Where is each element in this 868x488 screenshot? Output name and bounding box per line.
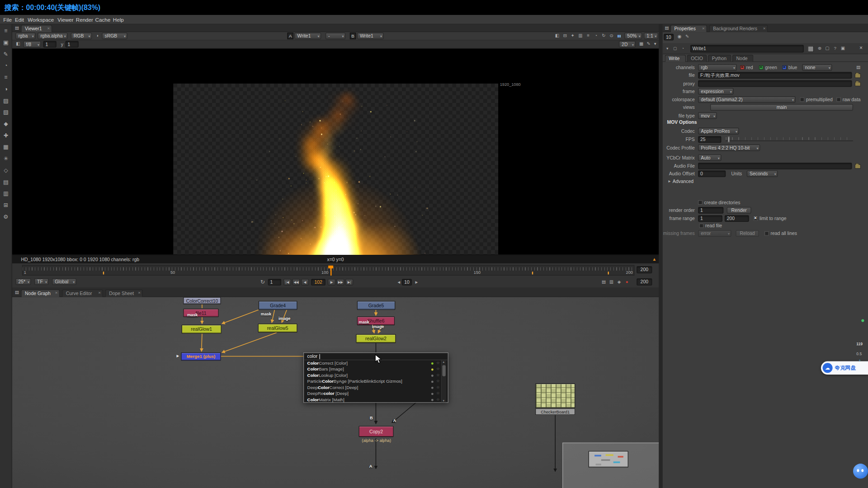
expand-icon[interactable]: ▣ [839, 45, 846, 52]
favorite-star-icon[interactable]: ☆ [436, 385, 440, 389]
favorite-star-icon[interactable]: ☆ [436, 367, 440, 371]
time-icon[interactable]: ◔ [2, 62, 9, 69]
node-merge1[interactable]: Merge1 (plus) [181, 352, 221, 361]
frame-range-start-field[interactable]: 1 [698, 215, 722, 222]
flipbook-icon[interactable]: ▤ [600, 279, 607, 286]
tab-properties[interactable]: Properties × [670, 25, 707, 32]
tab-curve-editor[interactable]: Curve Editor × [62, 289, 103, 297]
codec-profile-dropdown[interactable]: ProRes 4:2:2 HQ 10-bit [698, 145, 760, 151]
audio-file-field[interactable] [698, 163, 852, 169]
step-back-button[interactable]: ◀ [301, 279, 309, 286]
channel-sheet-icon[interactable]: ▤ [855, 64, 862, 71]
frame-increment-field[interactable]: 1 [268, 279, 281, 286]
panel-menu-icon[interactable]: ▤ [663, 25, 670, 32]
codec-dropdown[interactable]: Apple ProRes [698, 128, 739, 135]
proxy-path-field[interactable] [698, 80, 852, 87]
ycbcr-matrix-dropdown[interactable]: Auto [698, 155, 721, 161]
scroll-down-icon[interactable]: ▼ [442, 399, 445, 402]
frame-mode-dropdown[interactable]: expression [698, 88, 733, 95]
record-icon[interactable]: ● [623, 279, 631, 286]
none-channel-dropdown[interactable]: none [802, 64, 832, 71]
settings-icon[interactable]: ⚙ [2, 214, 9, 221]
tab-viewer1[interactable]: Viewer1 × [21, 25, 52, 32]
tab-dope-sheet[interactable]: Dope Sheet × [105, 289, 143, 297]
postage-stamp-icon[interactable]: ◔ [679, 45, 686, 52]
close-icon[interactable]: × [55, 290, 58, 297]
scroll-thumb[interactable] [442, 365, 445, 376]
close-panel-icon[interactable]: × [858, 45, 865, 52]
cloud-drive-widget[interactable]: ☁ 夸克网盘 [821, 361, 868, 375]
center-node-icon[interactable]: ⊕ [816, 45, 823, 52]
draw-icon[interactable]: ✎ [2, 51, 9, 58]
rawdata-checkbox[interactable] [836, 98, 841, 102]
more-icon[interactable]: ▾ [651, 41, 659, 48]
popup-scrollbar[interactable]: ▲ ▼ [441, 360, 446, 402]
zoom-level-dropdown[interactable]: 50% [624, 33, 642, 39]
refresh-icon[interactable]: ↻ [600, 33, 607, 39]
deep-icon[interactable]: ◇ [2, 167, 9, 174]
metadata-icon[interactable]: ▥ [2, 190, 9, 197]
views-toggle-dropdown[interactable]: TF [34, 278, 49, 285]
blue-checkbox[interactable] [782, 65, 787, 70]
menu-edit[interactable]: Edit [15, 17, 24, 23]
menu-cache[interactable]: Cache [95, 17, 111, 23]
3d-icon[interactable]: ▦ [2, 144, 9, 150]
merge-icon[interactable]: ◆ [2, 121, 9, 127]
read-all-lines-checkbox[interactable] [764, 231, 769, 236]
goto-end-button[interactable]: ▶| [345, 279, 353, 286]
search-result-row[interactable]: ParticleColorByAge [ParticleBlinkScript … [304, 379, 440, 385]
transform-icon[interactable]: ✚ [2, 132, 9, 139]
viewer-canvas[interactable]: 1920_1080 HD_1080 [12, 49, 659, 255]
input-b-dropdown[interactable]: Write1 [357, 33, 384, 39]
assistant-ball[interactable] [853, 464, 868, 479]
node-colorcorrect10[interactable]: ColorCorrect10 [183, 297, 221, 305]
node-checkerboard1-label[interactable]: CheckerBoard1 [535, 408, 575, 415]
gamma-slider-icon[interactable]: ≡ [585, 33, 592, 39]
limit-to-range-checkbox[interactable] [754, 216, 758, 221]
file-path-field[interactable]: F:/粒子光效果.mov [698, 72, 852, 79]
frame-step-field[interactable]: 10 [402, 279, 412, 286]
tab-node-graph[interactable]: Node Graph × [21, 289, 60, 297]
search-result-row[interactable]: ColorMatrix [Math] ☆ [304, 397, 440, 403]
range-mode-dropdown[interactable]: Global [52, 278, 76, 285]
node-grade5[interactable]: Grade5 [357, 301, 395, 310]
filter-icon[interactable]: ▨ [2, 98, 9, 104]
tab-python[interactable]: Python [708, 55, 731, 62]
prev-keyframe-button[interactable]: ◀◀ [292, 279, 300, 286]
fps-slider[interactable] [726, 136, 853, 143]
close-icon[interactable]: × [47, 25, 50, 32]
fps-dropdown[interactable]: 25* [15, 278, 31, 285]
reload-button[interactable]: Reload [736, 230, 759, 237]
clear-panels-icon[interactable]: ✎ [684, 34, 691, 41]
search-result-row[interactable]: ColorBars [Image] ☆ [304, 367, 440, 372]
file-browser-icon[interactable] [855, 74, 861, 78]
gain-value-field[interactable]: 1 [43, 41, 57, 48]
favorite-star-icon[interactable]: ☆ [436, 397, 440, 402]
search-query-text[interactable]: color [307, 353, 318, 359]
channels-dropdown[interactable]: rgb [698, 64, 737, 71]
node-name-field[interactable]: Write1 [690, 45, 804, 52]
close-icon[interactable]: × [98, 290, 101, 297]
lock-range-icon[interactable]: ◈ [616, 279, 623, 286]
audio-offset-field[interactable]: 0 [698, 170, 726, 177]
render-button[interactable]: Render [727, 207, 751, 214]
render-view-icon[interactable]: ▥ [608, 279, 615, 286]
menu-help[interactable]: Help [113, 17, 124, 23]
node-color-swatch[interactable] [808, 46, 814, 52]
clip-warning-icon[interactable]: ✦ [569, 33, 576, 39]
menu-render[interactable]: Render [76, 17, 93, 23]
next-keyframe-button[interactable]: ▶▶ [336, 279, 344, 286]
search-result-row[interactable]: ColorLookup [Color] ☆ [304, 373, 440, 378]
premultiplied-checkbox[interactable] [800, 98, 804, 102]
timeline-ruler[interactable]: 1 50 100 150 200 [22, 265, 634, 276]
proxy-browser-icon[interactable] [855, 82, 861, 86]
max-panels-field[interactable]: 10 [664, 34, 674, 41]
step-up-icon[interactable]: ▶ [413, 279, 420, 286]
input-a-dropdown[interactable]: Write1 [294, 33, 321, 39]
loop-mode-icon[interactable]: ↻ [259, 279, 266, 286]
image-icon[interactable]: ▣ [2, 39, 9, 46]
gain-icon[interactable]: ◧ [14, 41, 22, 48]
roi-icon[interactable]: ◧ [553, 33, 561, 39]
luma-icon[interactable]: ◑ [94, 33, 101, 39]
node-checkerboard1-thumbnail[interactable] [535, 384, 575, 408]
